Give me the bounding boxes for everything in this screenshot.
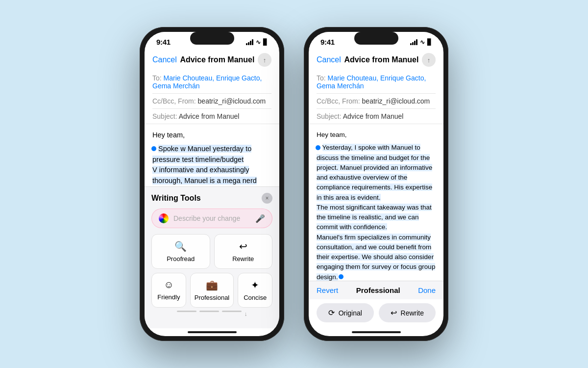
bottom-arrow: ↓ — [245, 311, 247, 317]
cc-field-right[interactable]: Cc/Bcc, From: beatriz_ri@icloud.com — [317, 94, 436, 109]
email-title-right: Advice from Manuel — [344, 55, 418, 64]
email-body-left[interactable]: Hey team, Spoke w Manuel yesterday to pr… — [145, 124, 279, 186]
rewrite-option-button[interactable]: ↩ Rewrite — [379, 303, 436, 322]
proofread-label: Proofread — [167, 255, 195, 263]
original-option-button[interactable]: ⟳ Original — [317, 303, 374, 322]
professional-icon: 💼 — [206, 279, 218, 291]
rewrite-option-icon: ↩ — [391, 308, 397, 317]
greeting-right: Hey team, — [317, 130, 436, 140]
email-nav-left: Cancel Advice from Manuel ↑ — [152, 49, 271, 71]
subject-field-left[interactable]: Subject: Advice from Manuel — [152, 109, 271, 124]
bottom-line-2 — [199, 311, 219, 312]
signal-icon-left — [246, 39, 253, 45]
mic-icon[interactable]: 🎤 — [255, 214, 265, 223]
ai-spinner-icon — [159, 213, 169, 223]
phone-right: 9:41 ∿ ▊ Cancel Advice from Manuel — [304, 27, 448, 341]
battery-icon-left: ▊ — [263, 39, 268, 46]
greeting-left: Hey team, — [152, 130, 271, 141]
email-header-left: Cancel Advice from Manuel ↑ To: Marie Ch… — [145, 49, 279, 124]
writing-tools-title: Writing Tools — [151, 194, 201, 203]
rewrite-icon: ↩ — [239, 240, 247, 252]
rewritten-text-right: Yesterday, I spoke with Manuel to discus… — [317, 144, 435, 280]
to-label-left: To: — [152, 74, 162, 82]
cursor-start-right — [316, 145, 320, 150]
original-icon: ⟳ — [328, 308, 335, 317]
cc-field-left[interactable]: Cc/Bcc, From: beatriz_ri@icloud.com — [152, 94, 271, 109]
status-icons-right: ∿ ▊ — [410, 39, 432, 46]
rewrite-mode-label: Professional — [356, 286, 400, 294]
upload-icon-right[interactable]: ↑ — [422, 53, 436, 67]
wifi-icon-right: ∿ — [420, 39, 425, 46]
status-time-left: 9:41 — [156, 38, 171, 46]
to-label-right: To: — [317, 74, 326, 82]
recipients-right: Marie Chouteau, Enrique Gacto, Gema Merc… — [317, 74, 426, 90]
email-body-right[interactable]: Hey team, Yesterday, I spoke with Manuel… — [309, 124, 443, 281]
proofread-icon: 🔍 — [174, 240, 187, 252]
rewrite-bar: Revert Professional Done — [309, 281, 443, 299]
email-title-left: Advice from Manuel — [180, 55, 254, 64]
to-field-left[interactable]: To: Marie Chouteau, Enrique Gacto, Gema … — [152, 71, 271, 94]
home-indicator-right — [352, 331, 401, 333]
phone-left: 9:41 ∿ ▊ Cancel Advice from Manuel — [140, 27, 284, 341]
wifi-icon-left: ∿ — [256, 39, 261, 46]
home-indicator-left — [188, 331, 237, 333]
rewrite-label: Rewrite — [232, 255, 254, 263]
writing-tools-search-bar[interactable]: Describe your change 🎤 — [151, 209, 272, 228]
revert-button[interactable]: Revert — [317, 286, 338, 294]
bottom-line-1 — [177, 311, 196, 312]
dynamic-island-left — [190, 32, 234, 45]
cancel-button-right[interactable]: Cancel — [317, 55, 341, 64]
friendly-icon: ☺ — [164, 279, 173, 290]
professional-button[interactable]: 💼 Professional — [190, 273, 234, 308]
cc-value-left: beatriz_ri@icloud.com — [198, 97, 266, 105]
upload-icon-left[interactable]: ↑ — [258, 53, 271, 67]
writing-tools-header: Writing Tools × — [151, 193, 272, 204]
tools-grid-secondary: ☺ Friendly 💼 Professional ✦ Concise — [151, 273, 272, 308]
dynamic-island-right — [354, 32, 398, 45]
cc-label-left: Cc/Bcc, From: — [152, 97, 196, 105]
concise-button[interactable]: ✦ Concise — [238, 273, 272, 308]
writing-tools-panel: Writing Tools × Describe your change 🎤 🔍… — [145, 186, 279, 328]
to-field-right[interactable]: To: Marie Chouteau, Enrique Gacto, Gema … — [317, 71, 436, 94]
cc-label-right: Cc/Bcc, From: — [317, 97, 360, 105]
signal-icon-right — [410, 39, 417, 45]
friendly-label: Friendly — [157, 293, 180, 301]
cursor-end-right — [339, 274, 343, 279]
professional-label: Professional — [195, 294, 230, 301]
status-time-right: 9:41 — [320, 38, 335, 46]
done-button[interactable]: Done — [418, 286, 436, 294]
cursor-start-left — [151, 146, 156, 151]
rewrite-button[interactable]: ↩ Rewrite — [214, 234, 273, 269]
selected-text-left: Spoke w Manuel yesterday to pressure tes… — [152, 145, 271, 186]
subject-field-right[interactable]: Subject: Advice from Manuel — [317, 109, 436, 124]
bottom-line-3 — [222, 311, 242, 312]
bottom-decorative: ↓ — [151, 308, 272, 320]
cancel-button-left[interactable]: Cancel — [152, 55, 177, 64]
subject-value-left: Advice from Manuel — [179, 112, 240, 120]
friendly-button[interactable]: ☺ Friendly — [151, 273, 186, 308]
rewrite-option-label: Rewrite — [401, 309, 424, 317]
status-icons-left: ∿ ▊ — [246, 39, 268, 46]
subject-label-right: Subject: — [317, 112, 342, 120]
concise-label: Concise — [244, 294, 267, 301]
battery-icon-right: ▊ — [427, 39, 432, 46]
email-header-right: Cancel Advice from Manuel ↑ To: Marie Ch… — [309, 49, 443, 124]
recipients-left: Marie Chouteau, Enrique Gacto, Gema Merc… — [152, 74, 262, 90]
concise-icon: ✦ — [251, 279, 259, 291]
writing-tools-close-button[interactable]: × — [262, 193, 272, 204]
search-placeholder: Describe your change — [173, 214, 250, 222]
email-nav-right: Cancel Advice from Manuel ↑ — [317, 49, 436, 71]
subject-label-left: Subject: — [152, 112, 177, 120]
rewrite-options: ⟳ Original ↩ Rewrite — [309, 299, 443, 328]
proofread-button[interactable]: 🔍 Proofread — [151, 234, 210, 269]
original-label: Original — [339, 309, 362, 317]
tools-grid-main: 🔍 Proofread ↩ Rewrite — [151, 234, 272, 269]
cc-value-right: beatriz_ri@icloud.com — [362, 97, 430, 105]
subject-value-right: Advice from Manuel — [343, 112, 404, 120]
